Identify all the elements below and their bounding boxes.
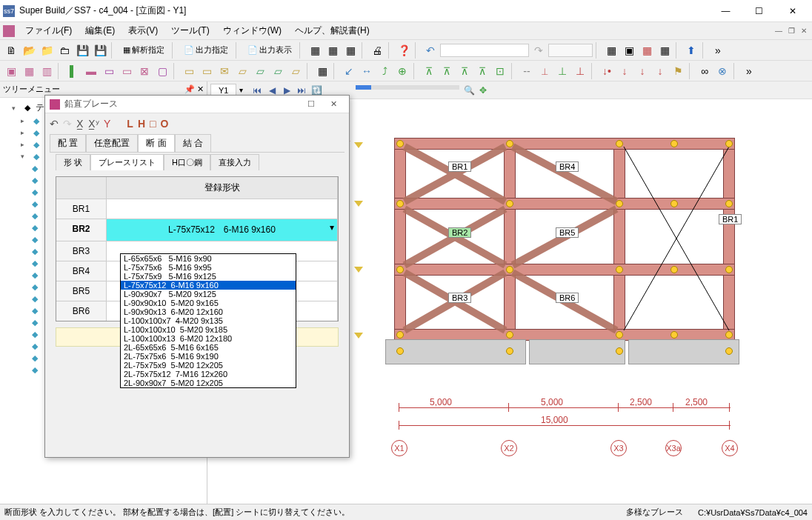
dropdown-item[interactable]: L-100x100x7 4-M20 9x135 <box>121 316 296 325</box>
view-elev-icon[interactable]: ▥ <box>39 63 55 79</box>
d2-icon[interactable]: ↔ <box>359 63 375 79</box>
grid1-icon[interactable]: ▦ <box>603 42 619 59</box>
mdi-close[interactable]: ✕ <box>799 27 809 35</box>
minimize-button[interactable]: ― <box>709 1 742 21</box>
menu-window[interactable]: ウィンドウ(W) <box>217 23 287 39</box>
menu-tool[interactable]: ツール(T) <box>165 23 215 39</box>
dropdown-item[interactable]: 2L-75x75x6 5-M16 9x190 <box>121 352 296 361</box>
zoom-icon[interactable]: 🔍 <box>464 85 475 96</box>
g2-icon[interactable]: ⊼ <box>439 63 455 79</box>
h4-icon[interactable]: ⊥ <box>572 63 588 79</box>
d3-icon[interactable]: ⤴ <box>376 63 393 79</box>
dropdown-item[interactable]: 2L-90x90x7 5-M20 12x205 <box>121 379 296 387</box>
h1-icon[interactable]: -- <box>519 63 535 79</box>
o-icon[interactable]: O <box>161 118 169 130</box>
view3d-icon[interactable]: ▣ <box>3 63 19 79</box>
paste-icon[interactable]: Y <box>104 118 110 130</box>
undo-combo[interactable] <box>440 44 529 57</box>
r3-icon[interactable]: ↓ <box>634 63 650 79</box>
close-button[interactable]: ✕ <box>776 1 809 21</box>
dropdown-item[interactable]: L-75x75x12 6-M16 9x160 <box>121 281 296 290</box>
tool-a-icon[interactable]: ▦ <box>307 42 323 59</box>
l-icon[interactable]: L <box>127 118 133 130</box>
undo-icon[interactable]: ↶ <box>422 42 439 59</box>
up-icon[interactable]: ⬆ <box>683 42 699 59</box>
redo-icon[interactable]: ↷ <box>530 42 547 59</box>
open-icon[interactable]: 📂 <box>21 42 37 59</box>
tab-danmen[interactable]: 断 面 <box>138 134 174 152</box>
dialog-close-button[interactable]: ✕ <box>322 97 345 112</box>
save-all-icon[interactable]: 💾 <box>92 42 108 59</box>
dropdown-item[interactable]: L-90x90x13 6-M20 12x160 <box>121 307 296 316</box>
save-icon[interactable]: 💾 <box>74 42 90 59</box>
d4-icon[interactable]: ⊕ <box>394 63 410 79</box>
g1-icon[interactable]: ⊼ <box>421 63 437 79</box>
menu-view[interactable]: 表示(V) <box>122 23 164 39</box>
mdi-restore[interactable]: ❐ <box>786 27 797 35</box>
link-icon[interactable]: ∞ <box>696 63 713 79</box>
grid3-icon[interactable]: ▦ <box>639 42 655 59</box>
h2-icon[interactable]: ⟂ <box>536 63 553 79</box>
dialog-max-button[interactable]: ☐ <box>300 97 322 112</box>
print-icon[interactable]: 🖨 <box>369 42 385 59</box>
grid4-icon[interactable]: ▦ <box>656 42 673 59</box>
tab-ninihaichi[interactable]: 任意配置 <box>86 134 138 152</box>
folder-icon[interactable]: 🗀 <box>56 42 73 59</box>
m2-icon[interactable]: ▬ <box>83 63 99 79</box>
y1-icon[interactable]: ▭ <box>181 63 197 79</box>
redo-combo[interactable] <box>548 44 593 57</box>
h-icon[interactable]: H <box>138 118 145 130</box>
d1-icon[interactable]: ↙ <box>341 63 357 79</box>
copy-icon[interactable]: X̲ʸ <box>88 118 99 130</box>
undo-icon[interactable]: ↶ <box>50 118 59 130</box>
grid-row-BR1[interactable]: BR1 <box>56 199 338 219</box>
grid2-icon[interactable]: ▣ <box>621 42 637 59</box>
cut-icon[interactable]: X̲ <box>76 118 84 130</box>
tab-bracelist[interactable]: ブレースリスト <box>90 154 164 170</box>
y6-icon[interactable]: ▱ <box>270 63 286 79</box>
help-icon[interactable]: ❓ <box>396 42 412 59</box>
overflow2-icon[interactable]: » <box>741 63 757 79</box>
dropdown-item[interactable]: 2L-65x65x6 5-M16 6x165 <box>121 343 296 352</box>
j1-icon[interactable]: ⊗ <box>714 63 731 79</box>
view-plan-icon[interactable]: ▦ <box>21 63 37 79</box>
dropdown-item[interactable]: L-100x100x10 5-M20 9x185 <box>121 325 296 334</box>
dialog-titlebar[interactable]: 鉛直ブレース ☐ ✕ <box>45 96 349 113</box>
dropdown-item[interactable]: L-90x90x7 5-M20 9x125 <box>121 290 296 299</box>
dropdown-item[interactable]: 2L-75x75x12 7-M16 12x260 <box>121 370 296 379</box>
r5-icon[interactable]: ⚑ <box>670 63 686 79</box>
dropdown-item[interactable]: L-100x100x13 6-M20 12x180 <box>121 334 296 343</box>
g4-icon[interactable]: ⊼ <box>474 63 490 79</box>
output-spec-button[interactable]: 📄 出力指定 <box>179 44 233 56</box>
mdi-min[interactable]: ― <box>773 27 785 35</box>
dropdown-item[interactable]: L-65x65x6 5-M16 9x90 <box>121 254 296 263</box>
dropdown-item[interactable]: L-90x90x10 5-M20 9x165 <box>121 299 296 307</box>
tool-c-icon[interactable]: ▦ <box>342 42 359 59</box>
overflow1-icon[interactable]: » <box>710 42 726 59</box>
y2-icon[interactable]: ▭ <box>199 63 215 79</box>
tab-ketsugou[interactable]: 結 合 <box>175 134 211 152</box>
tree-pin-icon[interactable]: 📌 ✕ <box>184 84 204 94</box>
dropdown-item[interactable]: L-75x75x9 5-M16 9x125 <box>121 272 296 281</box>
analysis-button[interactable]: ▦ 解析指定 <box>119 44 169 56</box>
r1-icon[interactable]: ↓• <box>599 63 615 79</box>
redo-icon[interactable]: ↷ <box>63 118 72 130</box>
r4-icon[interactable]: ↓ <box>652 63 668 79</box>
maximize-button[interactable]: ☐ <box>742 1 776 21</box>
tab-haichi[interactable]: 配 置 <box>50 134 86 152</box>
open2-icon[interactable]: 📁 <box>39 42 55 59</box>
menu-help[interactable]: ヘルプ、解説書(H) <box>289 23 376 39</box>
tab-keijou[interactable]: 形 状 <box>56 154 90 170</box>
dropdown-item[interactable]: 2L-75x75x9 5-M20 12x205 <box>121 361 296 370</box>
brace-dropdown[interactable]: L-65x65x6 5-M16 9x90L-75x75x6 5-M16 9x95… <box>120 253 296 388</box>
y3-icon[interactable]: ✉ <box>216 63 233 79</box>
g5-icon[interactable]: ⊡ <box>492 63 508 79</box>
tool-b-icon[interactable]: ▦ <box>325 42 341 59</box>
grid-row-BR2[interactable]: BR2L-75x75x12 6-M16 9x160▾ <box>56 219 338 241</box>
pan-icon[interactable]: ✥ <box>479 85 487 96</box>
menu-file[interactable]: ファイル(F) <box>19 23 78 39</box>
tab-direct[interactable]: 直接入力 <box>210 154 259 170</box>
box-icon[interactable]: □ <box>150 118 156 130</box>
new-icon[interactable]: 🗎 <box>3 42 19 59</box>
menu-edit[interactable]: 編集(E) <box>79 23 121 39</box>
